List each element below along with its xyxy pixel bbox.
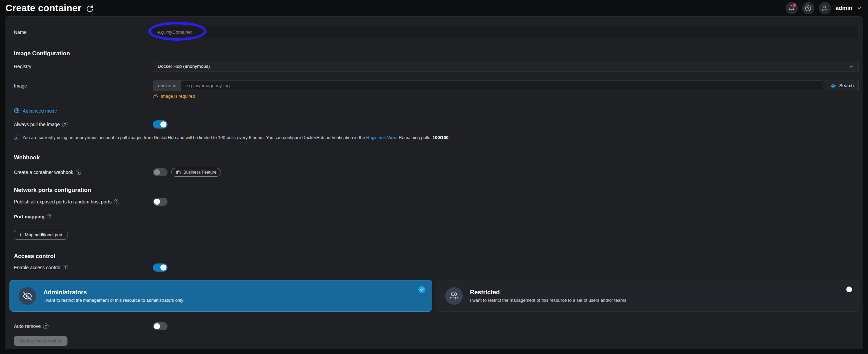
access-control-heading: Access control [14, 253, 859, 260]
always-pull-row: Always pull the image ? [9, 120, 859, 129]
administrators-avatar [19, 287, 36, 305]
map-additional-port-button[interactable]: + Map additional port [14, 230, 67, 240]
access-control-options: Administrators I want to restrict the ma… [9, 280, 859, 312]
anonymous-pull-notice: i You are currently using an anonymous a… [14, 135, 859, 140]
briefcase-icon [176, 170, 181, 175]
business-feature-badge: Business Feature [171, 168, 221, 177]
top-bar: Create container admin [0, 0, 868, 16]
help-icon [805, 5, 811, 12]
always-pull-toggle[interactable] [153, 120, 167, 129]
user-menu[interactable]: admin [835, 5, 862, 12]
auto-remove-row: Auto remove ? [9, 322, 859, 330]
publish-ports-toggle[interactable] [153, 198, 167, 206]
restricted-title: Restricted [470, 289, 626, 296]
enable-access-help-icon[interactable]: ? [63, 265, 68, 270]
port-mapping-label: Port mapping [14, 214, 44, 219]
page-title: Create container [5, 3, 81, 14]
webhook-help-icon[interactable]: ? [76, 170, 81, 175]
port-mapping-help-icon[interactable]: ? [47, 214, 52, 219]
docker-whale-icon [831, 83, 836, 88]
eye-off-icon [23, 292, 32, 300]
map-additional-port-label: Map additional port [25, 232, 62, 237]
info-icon: i [14, 135, 19, 140]
webhook-label: Create a container webhook [14, 170, 73, 175]
registries-view-link[interactable]: Registries View [366, 135, 396, 140]
create-container-form-card: Name Image Configuration Registry Docker… [5, 16, 863, 349]
refresh-icon[interactable] [86, 5, 94, 13]
port-mapping-row: Port mapping ? [9, 214, 859, 219]
notifications-button[interactable] [786, 2, 798, 14]
name-label: Name [9, 29, 153, 35]
webhook-heading: Webhook [14, 154, 859, 161]
access-option-administrators[interactable]: Administrators I want to restrict the ma… [9, 280, 432, 312]
image-error-text: Image is required [161, 94, 195, 99]
unselected-radio-icon [846, 287, 852, 292]
image-input-group: docker.io [153, 80, 823, 91]
advanced-mode-link[interactable]: Advanced mode [14, 108, 859, 114]
plus-icon: + [19, 232, 22, 238]
restricted-description: I want to restrict the management of thi… [470, 298, 626, 303]
image-label: Image [9, 83, 153, 88]
title-wrap: Create container [5, 3, 94, 14]
publish-ports-row: Publish all exposed ports to random host… [9, 198, 859, 206]
users-icon [450, 292, 458, 300]
image-row: Image docker.io Search [9, 80, 859, 91]
webhook-row: Create a container webhook ? Business Fe… [9, 168, 859, 177]
registry-label: Registry [9, 64, 153, 69]
notice-text-after: . Remaining pulls: [396, 135, 433, 140]
access-option-restricted[interactable]: Restricted I want to restrict the manage… [436, 280, 859, 312]
user-icon [822, 5, 828, 12]
user-button[interactable] [819, 2, 831, 14]
notification-dot [793, 3, 796, 7]
image-configuration-heading: Image Configuration [14, 50, 859, 57]
enable-access-row: Enable access control ? [9, 263, 859, 272]
webhook-toggle [153, 168, 167, 176]
auto-remove-toggle[interactable] [153, 322, 167, 330]
name-row: Name [9, 27, 859, 37]
administrators-description: I want to restrict the management of thi… [43, 298, 183, 303]
advanced-mode-label: Advanced mode [23, 108, 57, 114]
user-name: admin [835, 5, 852, 12]
search-image-button[interactable]: Search [826, 80, 859, 91]
always-pull-label: Always pull the image [14, 122, 60, 127]
publish-ports-label: Publish all exposed ports to random host… [14, 199, 112, 204]
restricted-avatar [445, 287, 463, 305]
selected-check-icon [418, 286, 425, 293]
chevron-down-icon [856, 5, 862, 11]
deploy-container-button[interactable]: Deploy the container [14, 336, 67, 346]
always-pull-help-icon[interactable]: ? [62, 122, 67, 127]
chevron-down-icon [849, 64, 854, 69]
enable-access-toggle[interactable] [153, 263, 167, 272]
administrators-title: Administrators [43, 289, 183, 296]
name-input[interactable] [153, 27, 859, 37]
image-error-row: Image is required [9, 93, 859, 99]
topbar-actions: admin [786, 2, 862, 14]
registry-row: Registry Docker Hub (anonymous) [9, 61, 859, 72]
network-ports-heading: Network ports configuration [14, 187, 859, 194]
publish-ports-help-icon[interactable]: ? [114, 199, 119, 204]
globe-icon [14, 108, 20, 114]
registry-selected-value: Docker Hub (anonymous) [158, 64, 210, 69]
search-button-label: Search [839, 83, 854, 88]
enable-access-label: Enable access control [14, 265, 60, 270]
auto-remove-label: Auto remove [14, 323, 41, 329]
warning-icon [153, 93, 158, 99]
image-registry-prefix: docker.io [153, 80, 181, 91]
image-input[interactable] [181, 80, 823, 91]
notice-text-before: You are currently using an anonymous acc… [22, 135, 366, 140]
remaining-pulls-value: 100/100 [433, 135, 449, 140]
business-feature-label: Business Feature [183, 170, 216, 175]
auto-remove-help-icon[interactable]: ? [43, 323, 48, 329]
registry-select[interactable]: Docker Hub (anonymous) [153, 61, 859, 72]
help-button[interactable] [802, 2, 814, 14]
